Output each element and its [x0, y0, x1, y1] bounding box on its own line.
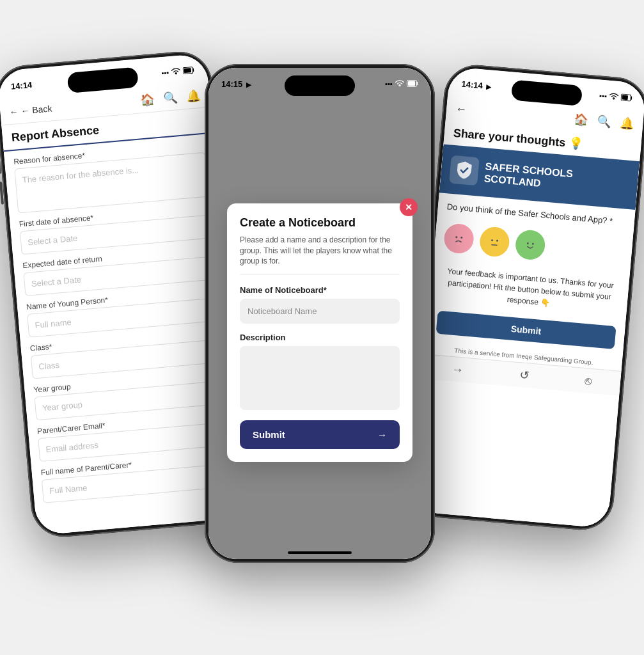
modal-description: Please add a name and a description for … [240, 235, 400, 275]
svg-rect-5 [622, 95, 629, 100]
time-center: 14:15 ▶ [221, 79, 251, 89]
description-input[interactable] [240, 346, 400, 410]
reason-field: Reason for absence* The reason for the a… [13, 141, 210, 214]
emoji-neutral[interactable] [478, 226, 510, 258]
shield-icon [449, 155, 480, 186]
back-arrow-right[interactable]: ← [455, 102, 467, 116]
noticeboard-name-label: Name of Noticeboard* [240, 285, 400, 295]
phone-right: 14:14 ▶ ▪▪▪ [407, 62, 644, 532]
svg-line-12 [492, 245, 497, 246]
wifi-left [171, 67, 180, 76]
status-icons-center: ▪▪▪ [385, 80, 418, 88]
right-nav-icons: 🏠 🔍 🔔 [574, 112, 635, 131]
browser-share-icon[interactable]: ⎋ [585, 374, 593, 388]
time-right: 14:14 ▶ [461, 79, 492, 91]
status-icons-left: ▪▪▪ [161, 66, 195, 77]
svg-point-9 [485, 233, 503, 251]
description-label: Description [240, 333, 400, 342]
wifi-center [395, 80, 404, 88]
signal-right: ▪▪▪ [599, 91, 608, 100]
browser-refresh-icon[interactable]: ↺ [519, 368, 530, 383]
modal-submit-button[interactable]: Submit → [240, 420, 400, 449]
battery-right [620, 93, 632, 103]
svg-rect-3 [408, 81, 415, 86]
svg-rect-1 [184, 68, 192, 73]
svg-point-13 [521, 236, 539, 254]
noticeboard-name-input[interactable]: Noticeboard Name [240, 299, 400, 324]
scene: 14:14 ▪▪▪ ← [0, 0, 644, 655]
home-icon-left[interactable]: 🏠 [140, 92, 155, 107]
emoji-negative[interactable] [443, 223, 475, 255]
bell-icon-right[interactable]: 🔔 [619, 116, 634, 131]
right-screen-content: ← 🏠 🔍 🔔 Share your thoughts 💡 [411, 99, 643, 528]
time-left: 14:14 [10, 79, 32, 91]
svg-point-6 [450, 230, 467, 248]
phone-center: 14:15 ▶ ▪▪▪ [205, 64, 435, 563]
battery-left [182, 66, 194, 75]
emoji-positive[interactable] [514, 229, 546, 261]
wifi-right [609, 92, 618, 101]
left-nav-icons: 🏠 🔍 🔔 [140, 88, 201, 107]
search-icon-left[interactable]: 🔍 [163, 90, 178, 106]
modal-close-button[interactable]: ✕ [400, 198, 418, 216]
home-icon-right[interactable]: 🏠 [574, 112, 589, 127]
back-arrow-left: ← [9, 106, 19, 117]
dynamic-island-center [285, 75, 355, 96]
modal-submit-arrow: → [377, 429, 387, 440]
modal-submit-label: Submit [253, 429, 285, 440]
bell-icon-left[interactable]: 🔔 [185, 88, 201, 104]
home-indicator-center [288, 551, 352, 554]
battery-center [407, 80, 418, 88]
safer-schools-text: SAFER SCHOOLSSCOTLAND [483, 160, 574, 192]
close-icon: ✕ [405, 202, 412, 212]
back-button[interactable]: ← ← Back [9, 103, 52, 117]
browser-back-icon[interactable]: → [452, 363, 464, 377]
back-label[interactable]: ← Back [20, 103, 52, 116]
modal-title: Create a Noticeboard [240, 216, 400, 230]
status-icons-right: ▪▪▪ [599, 91, 633, 102]
create-noticeboard-modal: ✕ Create a Noticeboard Please add a name… [227, 203, 412, 462]
signal-center: ▪▪▪ [385, 80, 393, 88]
search-icon-right[interactable]: 🔍 [596, 114, 611, 129]
signal-left: ▪▪▪ [161, 68, 169, 77]
center-screen-overlay: ✕ Create a Noticeboard Please add a name… [208, 68, 431, 559]
